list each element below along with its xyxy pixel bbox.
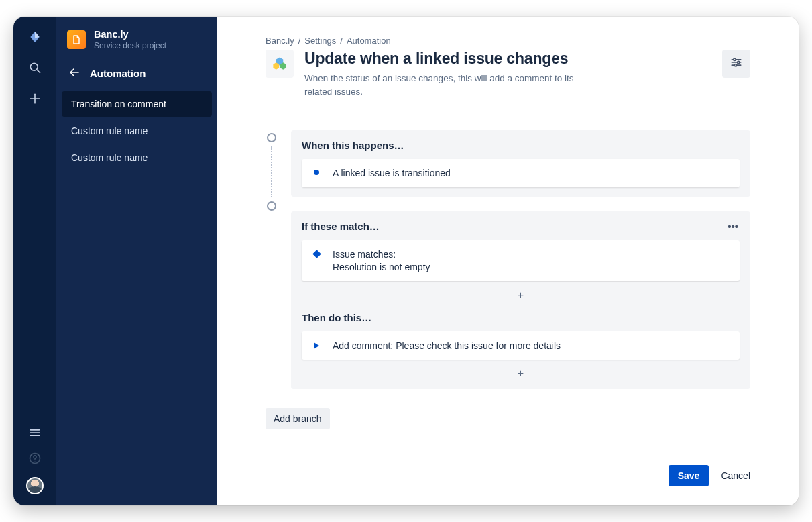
triangle-icon xyxy=(312,342,321,349)
add-condition-button[interactable]: + xyxy=(302,281,740,301)
sidebar-section-title: Automation xyxy=(90,68,146,79)
create-icon[interactable] xyxy=(28,92,42,105)
svg-point-18 xyxy=(735,64,737,66)
cancel-button[interactable]: Cancel xyxy=(721,470,750,481)
breadcrumb-item[interactable]: Settings xyxy=(304,36,336,46)
product-logo-icon[interactable] xyxy=(28,30,42,44)
project-sidebar: Banc.ly Service desk project Automation … xyxy=(56,17,217,505)
avatar[interactable] xyxy=(26,477,44,494)
svg-point-14 xyxy=(734,58,736,60)
svg-point-16 xyxy=(738,61,740,63)
app-window: Banc.ly Service desk project Automation … xyxy=(13,17,799,505)
svg-point-0 xyxy=(30,63,38,70)
save-button[interactable]: Save xyxy=(669,465,709,486)
sidebar-section-automation[interactable]: Automation xyxy=(56,60,217,87)
timeline xyxy=(266,130,278,211)
action-card[interactable]: Add comment: Please check this issue for… xyxy=(302,331,740,360)
project-name: Banc.ly xyxy=(94,29,166,40)
more-icon[interactable]: ••• xyxy=(726,221,740,232)
trigger-card-text: A linked issue is transitioned xyxy=(333,168,451,178)
trigger-card[interactable]: A linked issue is transitioned xyxy=(302,159,740,187)
add-branch-button[interactable]: Add branch xyxy=(266,408,330,429)
condition-line-1: Issue matches: xyxy=(333,249,430,260)
plus-icon: + xyxy=(518,368,524,380)
breadcrumb-item[interactable]: Banc.ly xyxy=(266,36,294,46)
timeline-node-icon xyxy=(267,201,276,211)
footer-actions: Save Cancel xyxy=(266,450,750,505)
condition-card[interactable]: Issue matches: Resolution is not empty xyxy=(302,240,740,281)
timeline-node-icon xyxy=(267,133,276,142)
circle-icon xyxy=(312,170,321,175)
project-subtitle: Service desk project xyxy=(94,41,166,50)
menu-icon[interactable] xyxy=(28,426,42,439)
breadcrumb-item[interactable]: Automation xyxy=(347,36,391,46)
search-icon[interactable] xyxy=(28,61,42,74)
trigger-heading: When this happens… xyxy=(302,140,404,151)
rules-list: Transition on comment Custom rule name C… xyxy=(56,87,217,174)
rule-type-icon xyxy=(266,50,294,78)
global-nav xyxy=(13,17,56,505)
back-arrow-icon[interactable] xyxy=(68,66,80,81)
svg-point-8 xyxy=(35,461,36,462)
rule-settings-button[interactable] xyxy=(722,50,750,78)
plus-icon: + xyxy=(518,289,524,301)
condition-line-2: Resolution is not empty xyxy=(333,262,430,272)
sliders-icon xyxy=(730,56,743,72)
rule-item[interactable]: Transition on comment xyxy=(62,91,212,117)
project-header[interactable]: Banc.ly Service desk project xyxy=(56,17,217,60)
page-description: When the status of an issue changes, thi… xyxy=(304,72,586,98)
trigger-block: When this happens… A linked issue is tra… xyxy=(291,130,750,197)
page-title: Update when a linked issue changes xyxy=(304,50,586,68)
condition-action-block: If these match… ••• Issue matches: Resol… xyxy=(291,211,750,389)
action-card-text: Add comment: Please check this issue for… xyxy=(333,340,561,351)
diamond-icon xyxy=(312,251,321,257)
breadcrumb: Banc.ly / Settings / Automation xyxy=(266,36,750,46)
rule-item[interactable]: Custom rule name xyxy=(62,145,212,170)
help-icon[interactable] xyxy=(28,452,42,465)
actions-heading: Then do this… xyxy=(302,312,740,323)
project-icon xyxy=(67,30,86,49)
svg-line-1 xyxy=(37,70,40,72)
rule-item[interactable]: Custom rule name xyxy=(62,118,212,144)
add-action-button[interactable]: + xyxy=(302,360,740,380)
main-content: Banc.ly / Settings / Automation xyxy=(217,17,799,505)
conditions-heading: If these match… xyxy=(302,221,380,232)
